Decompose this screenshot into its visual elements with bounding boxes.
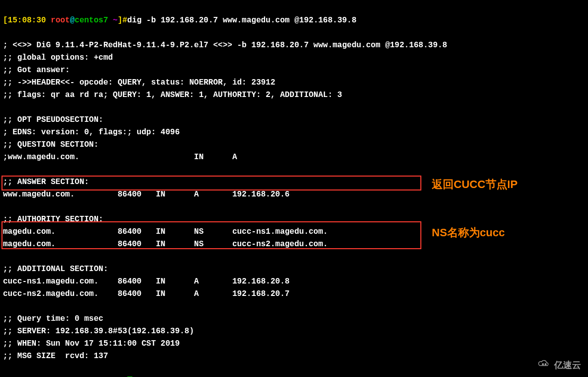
annotation-ns-cucc: NS名称为cucc [432, 225, 505, 240]
question-section-line: ;; QUESTION SECTION: [3, 140, 98, 149]
prompt-line-1: [15:08:30 root@centos7 ~]#dig -b 192.168… [3, 16, 357, 25]
dig-version-line: ; <<>> DiG 9.11.4-P2-RedHat-9.11.4-9.P2.… [3, 41, 447, 50]
got-answer-line: ;; Got answer: [3, 66, 70, 75]
annotation-cucc-ip: 返回CUCC节点IP [432, 177, 517, 192]
global-options-line: ;; global options: +cmd [3, 53, 113, 62]
opt-pseudo-line: ;; OPT PSEUDOSECTION: [3, 115, 103, 124]
question-line: ;www.magedu.com. IN A [3, 153, 237, 162]
additional-record-2: cucc-ns2.magedu.com. 86400 IN A 192.168.… [3, 289, 290, 298]
query-time-line: ;; Query time: 0 msec [3, 314, 103, 323]
watermark-text: 亿速云 [554, 359, 581, 371]
edns-line: ; EDNS: version: 0, flags:; udp: 4096 [3, 128, 180, 137]
server-line: ;; SERVER: 192.168.39.8#53(192.168.39.8) [3, 327, 194, 336]
msg-size-line: ;; MSG SIZE rcvd: 137 [3, 352, 108, 361]
svg-point-0 [542, 364, 544, 365]
watermark: 亿速云 [536, 359, 581, 371]
highlight-box-answer [1, 176, 421, 190]
svg-point-1 [545, 364, 546, 365]
flags-line: ;; flags: qr aa rd ra; QUERY: 1, ANSWER:… [3, 91, 342, 99]
highlight-box-authority [1, 221, 421, 249]
header-line: ;; ->>HEADER<<- opcode: QUERY, status: N… [3, 78, 275, 87]
when-line: ;; WHEN: Sun Nov 17 15:11:00 CST 2019 [3, 339, 180, 348]
additional-section-line: ;; ADDITIONAL SECTION: [3, 265, 108, 274]
cloud-icon [536, 359, 552, 371]
answer-record-line: www.magedu.com. 86400 IN A 192.168.20.6 [3, 190, 290, 199]
additional-record-1: cucc-ns1.magedu.com. 86400 IN A 192.168.… [3, 277, 290, 286]
